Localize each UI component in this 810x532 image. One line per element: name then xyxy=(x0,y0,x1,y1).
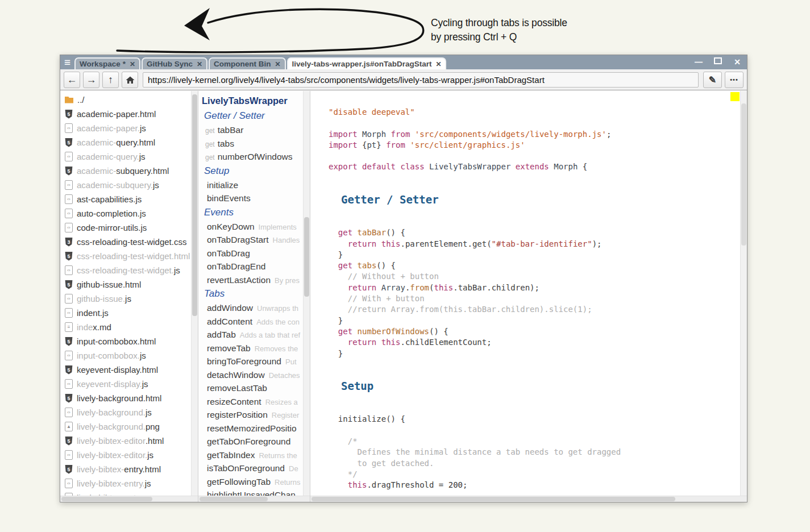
file-item[interactable]: 5lively-bibtex-editor.html xyxy=(65,434,198,448)
outline-item[interactable]: initialize xyxy=(198,178,310,192)
file-item[interactable]: 5input-combobox.html xyxy=(65,334,198,348)
outline-item[interactable]: getTabOnForeground xyxy=(198,435,310,448)
code-token xyxy=(352,327,357,336)
scrollbar-thumb[interactable] xyxy=(61,497,152,501)
outline-item[interactable]: Events xyxy=(198,205,310,220)
file-item[interactable]: ‹›indent.js xyxy=(65,306,198,320)
file-item[interactable]: ‹›academic-paper.js xyxy=(65,121,198,135)
file-item[interactable]: 5keyevent-display.html xyxy=(65,363,198,377)
file-item[interactable]: ‹›code-mirror-utils.js xyxy=(65,221,198,235)
file-item[interactable]: ≡index.md xyxy=(65,320,198,334)
file-item[interactable]: ▲lively-background.png xyxy=(65,419,198,434)
back-button[interactable]: ← xyxy=(64,72,80,88)
code-editor-pane[interactable]: "disable deepeval" import Morph from 'sr… xyxy=(310,91,747,502)
outline-item[interactable]: registerPositionRegister xyxy=(198,408,310,422)
outline-item[interactable]: addContentAdds the con xyxy=(198,315,310,329)
file-item[interactable]: ‹›keyevent-display.js xyxy=(65,377,198,391)
up-button[interactable]: ↑ xyxy=(102,72,119,88)
file-item[interactable]: 5lively-background.html xyxy=(65,391,198,405)
outline-item[interactable]: addWindowUnwrapps th xyxy=(198,301,310,315)
outline-horizontal-scrollbar[interactable] xyxy=(198,496,310,502)
outline-item[interactable]: removeLastTab xyxy=(198,381,310,395)
maximize-icon[interactable] xyxy=(713,55,723,69)
outline-item[interactable]: removeTabRemoves the xyxy=(198,342,310,355)
outline-item[interactable]: resizeContentResizes a xyxy=(198,395,310,409)
file-item[interactable]: 5academic-subquery.html xyxy=(65,164,198,178)
outline-item[interactable]: getFollowingTabReturns xyxy=(198,475,310,489)
code-editor[interactable]: "disable deepeval" import Morph from 'sr… xyxy=(310,91,747,502)
outline-item[interactable]: LivelyTabsWrapper xyxy=(198,93,310,109)
file-list-horizontal-scrollbar[interactable] xyxy=(60,496,198,502)
outline-item[interactable]: isTabOnForegroundDe xyxy=(198,462,310,475)
scrollbar-thumb[interactable] xyxy=(741,103,746,246)
window-tab[interactable]: Workspace *✕ xyxy=(74,57,140,69)
home-button[interactable] xyxy=(122,72,138,88)
tab-close-icon[interactable]: ✕ xyxy=(435,60,441,68)
outline-item[interactable]: getTabIndexReturns the xyxy=(198,448,310,462)
code-line xyxy=(329,370,747,381)
pencil-icon: ✎ xyxy=(709,74,716,85)
getter-prefix-label: get xyxy=(205,127,215,135)
code-vertical-scrollbar[interactable] xyxy=(740,91,747,496)
window-tab[interactable]: Component Bin✕ xyxy=(209,57,286,69)
outline-item[interactable]: getnumberOfWindows xyxy=(198,150,310,164)
file-item[interactable]: ‹›lively-bibtex-editor.js xyxy=(65,448,198,462)
window-titlebar[interactable]: ≡ Workspace *✕GitHub Sync✕Component Bin✕… xyxy=(60,55,747,69)
scrollbar-thumb[interactable] xyxy=(192,94,197,316)
file-item[interactable]: ‹›lively-background.js xyxy=(65,405,198,419)
code-horizontal-scrollbar[interactable] xyxy=(310,496,747,502)
outline-item-label: addContent xyxy=(207,317,252,326)
minimize-icon[interactable]: — xyxy=(693,55,704,69)
scrollbar-thumb[interactable] xyxy=(304,217,309,297)
outline-item[interactable]: onTabDrag xyxy=(198,247,310,260)
outline-item-label: LivelyTabsWrapper xyxy=(202,95,288,106)
close-icon[interactable]: ✕ xyxy=(732,55,742,69)
code-token xyxy=(358,130,362,139)
outline-item[interactable]: onTabDragEnd xyxy=(198,260,310,273)
outline-item[interactable]: Setup xyxy=(198,164,310,178)
file-list-vertical-scrollbar[interactable] xyxy=(191,91,198,496)
file-item[interactable]: ‹›input-combobox.js xyxy=(65,348,198,363)
file-item[interactable]: 5academic-paper.html xyxy=(65,107,198,121)
outline-item[interactable]: bindEvents xyxy=(198,192,310,205)
file-item[interactable]: 5css-reloading-test-widget.html xyxy=(65,249,198,263)
scrollbar-annotation-marker[interactable] xyxy=(730,92,740,101)
outline-item[interactable]: revertLastActionBy pres xyxy=(198,273,310,287)
file-item[interactable]: ../ xyxy=(65,93,198,107)
file-item[interactable]: ‹›ast-capabilities.js xyxy=(65,192,198,206)
outline-item[interactable]: gettabs xyxy=(198,137,310,151)
file-item[interactable]: ‹›auto-completion.js xyxy=(65,206,198,221)
file-item[interactable]: ‹›lively-bibtex-entry.js xyxy=(65,476,198,491)
outline-vertical-scrollbar[interactable] xyxy=(303,91,310,496)
code-line xyxy=(329,359,747,370)
tab-close-icon[interactable]: ✕ xyxy=(275,60,281,68)
window-tab[interactable]: GitHub Sync✕ xyxy=(142,57,207,69)
outline-item[interactable]: onTabDragStartHandles xyxy=(198,233,310,247)
outline-item[interactable]: Tabs xyxy=(198,286,310,301)
file-item[interactable]: ‹›academic-query.js xyxy=(65,149,198,164)
outline-item[interactable]: Getter / Setter xyxy=(198,109,310,123)
outline-item[interactable]: onKeyDownImplements xyxy=(198,220,310,234)
outline-item[interactable]: gettabBar xyxy=(198,123,310,137)
hamburger-menu-icon[interactable]: ≡ xyxy=(60,56,74,69)
tab-close-icon[interactable]: ✕ xyxy=(130,60,135,68)
file-item[interactable]: 5lively-bibtex-entry.html xyxy=(65,462,198,476)
edit-button[interactable]: ✎ xyxy=(703,72,722,88)
scrollbar-thumb[interactable] xyxy=(311,497,675,501)
file-item[interactable]: 5github-issue.html xyxy=(65,277,198,292)
file-item[interactable]: 3css-reloading-test-widget.css xyxy=(65,235,198,249)
outline-item[interactable]: detachWindowDetaches xyxy=(198,368,310,382)
outline-item[interactable]: resetMemoziredPositio xyxy=(198,422,310,435)
scrollbar-thumb[interactable] xyxy=(200,497,268,501)
tab-close-icon[interactable]: ✕ xyxy=(197,60,202,68)
outline-item[interactable]: bringToForegroundPut xyxy=(198,355,310,368)
url-input[interactable] xyxy=(143,72,699,88)
file-item[interactable]: ‹›academic-subquery.js xyxy=(65,178,198,192)
forward-button[interactable]: → xyxy=(83,72,99,88)
file-item[interactable]: 5academic-query.html xyxy=(65,135,198,149)
more-button[interactable]: ••• xyxy=(725,72,743,88)
outline-item[interactable]: addTabAdds a tab that ref xyxy=(198,328,310,342)
file-item[interactable]: ‹›css-reloading-test-widget.js xyxy=(65,263,198,277)
file-item[interactable]: ‹›github-issue.js xyxy=(65,292,198,306)
window-tab[interactable]: lively-tabs-wrapper.js#onTabDragStart✕ xyxy=(287,57,447,69)
